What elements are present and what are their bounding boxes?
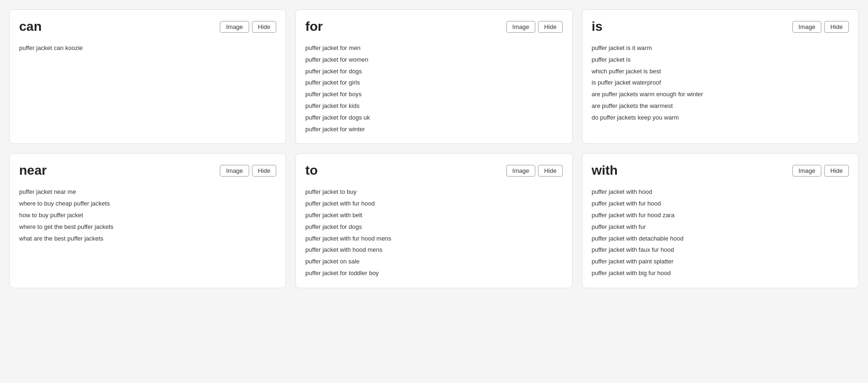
image-button-with[interactable]: Image <box>792 165 821 177</box>
list-item: puffer jacket for toddler boy <box>305 269 562 278</box>
card-title-near: near <box>19 163 47 178</box>
card-title-can: can <box>19 19 42 34</box>
card-with: withImageHidepuffer jacket with hoodpuff… <box>582 153 859 288</box>
card-items-can: puffer jacket can koozie <box>19 43 276 53</box>
hide-button-near[interactable]: Hide <box>252 165 277 177</box>
card-header-can: canImageHide <box>19 19 276 34</box>
cards-grid: canImageHidepuffer jacket can koozieforI… <box>9 9 859 288</box>
card-buttons-can: ImageHide <box>220 21 276 33</box>
hide-button-is[interactable]: Hide <box>824 21 849 33</box>
hide-button-to[interactable]: Hide <box>538 165 563 177</box>
image-button-near[interactable]: Image <box>220 165 249 177</box>
card-header-to: toImageHide <box>305 163 562 178</box>
list-item: do puffer jackets keep you warm <box>592 113 849 123</box>
list-item: puffer jacket with detachable hood <box>592 234 849 244</box>
list-item: are puffer jackets warm enough for winte… <box>592 90 849 99</box>
card-items-for: puffer jacket for menpuffer jacket for w… <box>305 43 562 134</box>
list-item: where to get the best puffer jackets <box>19 222 276 232</box>
list-item: puffer jacket for dogs <box>305 67 562 77</box>
list-item: puffer jacket can koozie <box>19 43 276 53</box>
image-button-is[interactable]: Image <box>792 21 821 33</box>
card-items-is: puffer jacket is it warmpuffer jacket is… <box>592 43 849 123</box>
card-items-near: puffer jacket near mewhere to buy cheap … <box>19 187 276 243</box>
list-item: puffer jacket for dogs uk <box>305 113 562 123</box>
list-item: puffer jacket for men <box>305 43 562 53</box>
card-header-is: isImageHide <box>592 19 849 34</box>
list-item: is puffer jacket waterproof <box>592 78 849 88</box>
list-item: puffer jacket with paint splatter <box>592 257 849 267</box>
list-item: where to buy cheap puffer jackets <box>19 199 276 209</box>
list-item: puffer jacket for women <box>305 55 562 65</box>
card-header-for: forImageHide <box>305 19 562 34</box>
card-near: nearImageHidepuffer jacket near mewhere … <box>9 153 286 288</box>
list-item: puffer jacket with belt <box>305 211 562 220</box>
card-header-with: withImageHide <box>592 163 849 178</box>
hide-button-with[interactable]: Hide <box>824 165 849 177</box>
card-is: isImageHidepuffer jacket is it warmpuffe… <box>582 9 859 144</box>
list-item: puffer jacket for boys <box>305 90 562 99</box>
list-item: puffer jacket with fur hood <box>305 199 562 209</box>
list-item: what are the best puffer jackets <box>19 234 276 244</box>
image-button-to[interactable]: Image <box>506 165 535 177</box>
hide-button-for[interactable]: Hide <box>538 21 563 33</box>
card-buttons-near: ImageHide <box>220 165 276 177</box>
list-item: puffer jacket with faux fur hood <box>592 245 849 255</box>
card-title-to: to <box>305 163 317 178</box>
list-item: puffer jacket near me <box>19 187 276 197</box>
list-item: puffer jacket for dogs <box>305 222 562 232</box>
list-item: puffer jacket with hood <box>592 187 849 197</box>
card-to: toImageHidepuffer jacket to buypuffer ja… <box>295 153 572 288</box>
list-item: puffer jacket for kids <box>305 101 562 111</box>
list-item: puffer jacket for girls <box>305 78 562 88</box>
card-title-is: is <box>592 19 602 34</box>
card-buttons-for: ImageHide <box>506 21 563 33</box>
image-button-for[interactable]: Image <box>506 21 535 33</box>
list-item: puffer jacket with hood mens <box>305 245 562 255</box>
list-item: puffer jacket with fur <box>592 222 849 232</box>
card-title-with: with <box>592 163 618 178</box>
list-item: puffer jacket with fur hood mens <box>305 234 562 244</box>
image-button-can[interactable]: Image <box>220 21 249 33</box>
hide-button-can[interactable]: Hide <box>252 21 277 33</box>
list-item: which puffer jacket is best <box>592 67 849 77</box>
card-items-with: puffer jacket with hoodpuffer jacket wit… <box>592 187 849 278</box>
card-header-near: nearImageHide <box>19 163 276 178</box>
card-title-for: for <box>305 19 322 34</box>
list-item: puffer jacket with fur hood zara <box>592 211 849 220</box>
list-item: puffer jacket is <box>592 55 849 65</box>
card-buttons-is: ImageHide <box>792 21 849 33</box>
card-items-to: puffer jacket to buypuffer jacket with f… <box>305 187 562 278</box>
list-item: puffer jacket for winter <box>305 125 562 135</box>
list-item: how to buy puffer jacket <box>19 211 276 220</box>
list-item: puffer jacket with big fur hood <box>592 269 849 278</box>
card-buttons-with: ImageHide <box>792 165 849 177</box>
list-item: puffer jacket on sale <box>305 257 562 267</box>
card-can: canImageHidepuffer jacket can koozie <box>9 9 286 144</box>
list-item: puffer jacket with fur hood <box>592 199 849 209</box>
list-item: puffer jacket to buy <box>305 187 562 197</box>
card-for: forImageHidepuffer jacket for menpuffer … <box>295 9 572 144</box>
list-item: puffer jacket is it warm <box>592 43 849 53</box>
list-item: are puffer jackets the warmest <box>592 101 849 111</box>
card-buttons-to: ImageHide <box>506 165 563 177</box>
